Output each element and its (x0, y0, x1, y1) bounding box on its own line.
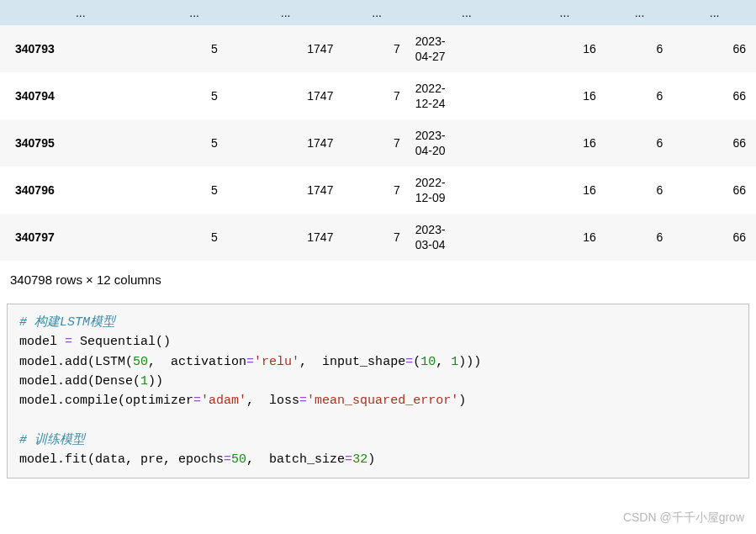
index-cell: 340794 (0, 72, 161, 119)
table-row: 3407955174772023-04-2016666 (0, 119, 756, 167)
code-op: = (345, 452, 352, 467)
table-row: 3407945174772022-12-2416666 (0, 72, 756, 119)
data-cell: 16 (523, 25, 606, 72)
data-cell: 5 (161, 72, 227, 119)
index-cell: 340796 (0, 167, 161, 214)
date-cell: 2023-04-27 (410, 25, 523, 72)
code-str: 'relu' (254, 355, 299, 369)
table-row: 3407975174772023-03-0416666 (0, 214, 756, 261)
data-cell: 1747 (228, 167, 344, 214)
data-cell: 7 (343, 72, 410, 119)
ellipsis-cell: ... (161, 0, 227, 25)
date-cell: 2022-12-09 (410, 167, 523, 214)
data-cell: 5 (161, 25, 227, 72)
data-cell: 1747 (228, 72, 344, 119)
code-text: )) (148, 374, 163, 389)
data-cell: 1747 (228, 119, 344, 167)
code-str: 'adam' (201, 394, 246, 408)
dataframe-output: ... ... ... ... ... ... ... ... 34079351… (0, 0, 756, 261)
data-cell: 7 (343, 214, 410, 261)
code-text: ) (367, 452, 375, 467)
code-str: 'mean_squared_error' (307, 394, 458, 408)
data-cell: 6 (606, 214, 673, 261)
code-text: model.add(Dense( (19, 374, 140, 389)
ellipsis-cell: ... (343, 0, 410, 25)
code-text: , activation (148, 355, 246, 369)
code-text: model.fit(data, pre, epochs (19, 452, 224, 467)
code-text: model.compile(optimizer (19, 394, 193, 408)
code-text: , input_shape (299, 355, 405, 369)
ellipsis-cell: ... (673, 0, 756, 25)
ellipsis-row: ... ... ... ... ... ... ... ... (0, 0, 756, 25)
data-cell: 66 (673, 72, 756, 119)
data-cell: 7 (343, 167, 410, 214)
code-num: 32 (352, 452, 367, 467)
code-op: = (65, 335, 72, 349)
data-cell: 16 (523, 167, 606, 214)
index-cell: 340797 (0, 214, 161, 261)
data-cell: 5 (161, 119, 227, 167)
code-num: 50 (133, 355, 148, 369)
code-text: Sequential() (72, 335, 171, 349)
dataframe-summary: 340798 rows × 12 columns (0, 261, 756, 300)
data-cell: 6 (606, 25, 673, 72)
data-cell: 1747 (228, 25, 344, 72)
data-cell: 7 (343, 119, 410, 167)
data-cell: 1747 (228, 214, 344, 261)
data-cell: 16 (523, 214, 606, 261)
data-cell: 5 (161, 167, 227, 214)
table-row: 3407935174772023-04-2716666 (0, 25, 756, 72)
code-num: 50 (231, 452, 246, 467)
data-cell: 6 (606, 119, 673, 167)
code-text: ( (413, 355, 420, 369)
code-comment: # 构建LSTM模型 (19, 315, 115, 330)
code-text: , (436, 355, 451, 369)
data-cell: 16 (523, 72, 606, 119)
code-num: 10 (420, 355, 436, 369)
date-cell: 2022-12-24 (410, 72, 523, 119)
ellipsis-cell: ... (523, 0, 606, 25)
code-text: ) (458, 394, 466, 408)
ellipsis-cell: ... (228, 0, 344, 25)
data-cell: 5 (161, 214, 227, 261)
code-comment: # 训练模型 (19, 433, 85, 447)
table-row: 3407965174772022-12-0916666 (0, 167, 756, 214)
code-text: ))) (458, 355, 481, 369)
date-cell: 2023-04-20 (410, 119, 523, 167)
data-cell: 6 (606, 167, 673, 214)
code-text: model.add(LSTM( (19, 355, 133, 369)
code-op: = (224, 452, 231, 467)
index-cell: 340793 (0, 25, 161, 72)
ellipsis-cell: ... (606, 0, 673, 25)
data-cell: 66 (673, 167, 756, 214)
code-text: , batch_size (246, 452, 345, 467)
data-cell: 66 (673, 25, 756, 72)
data-cell: 66 (673, 214, 756, 261)
data-cell: 66 (673, 119, 756, 167)
code-text: , loss (246, 394, 299, 408)
date-cell: 2023-03-04 (410, 214, 523, 261)
data-cell: 7 (343, 25, 410, 72)
ellipsis-cell: ... (410, 0, 523, 25)
code-text: model (19, 335, 65, 349)
code-num: 1 (451, 355, 458, 369)
code-cell[interactable]: # 构建LSTM模型 model = Sequential() model.ad… (7, 304, 749, 478)
code-op: = (246, 355, 254, 369)
index-cell: 340795 (0, 119, 161, 167)
data-cell: 6 (606, 72, 673, 119)
ellipsis-cell: ... (0, 0, 161, 25)
code-op: = (193, 394, 201, 408)
data-cell: 16 (523, 119, 606, 167)
code-op: = (405, 355, 413, 369)
code-op: = (299, 394, 307, 408)
code-num: 1 (140, 374, 148, 389)
